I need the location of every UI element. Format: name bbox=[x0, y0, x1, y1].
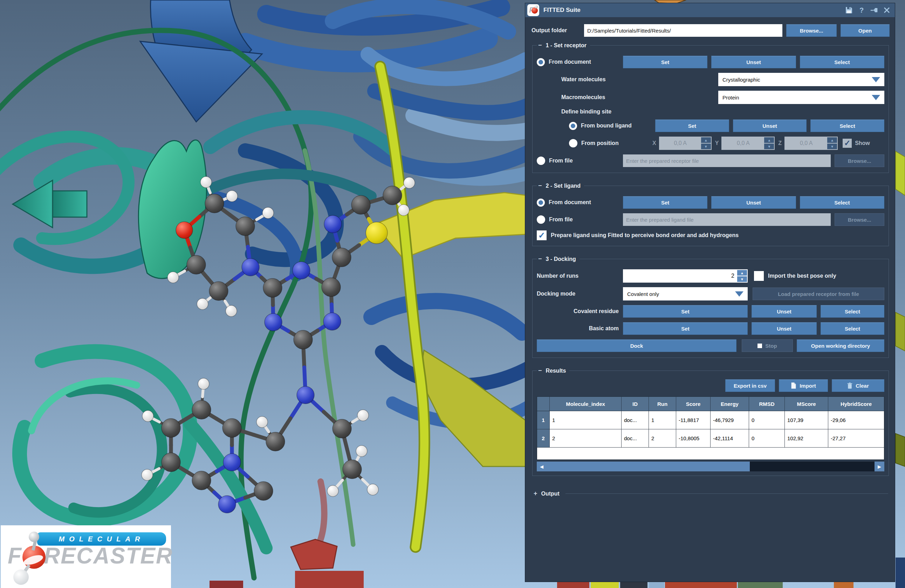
number-of-runs-input[interactable] bbox=[623, 269, 748, 283]
docking-mode-dropdown[interactable]: Covalent only bbox=[623, 287, 748, 301]
covalent-residue-set-button[interactable]: Set bbox=[623, 305, 748, 318]
ligand-file-input[interactable] bbox=[623, 213, 831, 226]
logo-molecular-text: MOLECULAR bbox=[59, 535, 145, 543]
ligand-from-file-radio[interactable] bbox=[537, 216, 545, 224]
basic-atom-set-button[interactable]: Set bbox=[623, 322, 748, 335]
show-checkbox[interactable]: ✓ bbox=[843, 139, 852, 148]
results-table-header: Molecule_index ID Run Score Energy RMSD … bbox=[537, 397, 884, 411]
water-molecules-dropdown[interactable]: Crystallographic bbox=[718, 73, 884, 86]
dropdown-arrow-icon bbox=[872, 95, 880, 100]
receptor-select-button[interactable]: Select bbox=[800, 55, 884, 68]
open-output-button[interactable]: Open bbox=[840, 24, 889, 37]
import-best-pose-checkbox[interactable]: ✓ bbox=[754, 271, 764, 281]
section-docking: −3 - Docking Number of runs ▲▼ ✓ Import … bbox=[532, 255, 889, 358]
table-row[interactable]: 1 1 doc... 1 -11,8817 -46,7929 0 107,39 … bbox=[537, 411, 884, 430]
dropdown-arrow-icon bbox=[872, 77, 880, 82]
define-binding-site-label: Define binding site bbox=[561, 109, 611, 115]
ligand-from-file-label: From file bbox=[549, 216, 573, 223]
column-header[interactable]: MScore bbox=[785, 397, 828, 411]
binding-site-unset-button[interactable]: Unset bbox=[733, 119, 807, 132]
collapse-icon[interactable]: − bbox=[538, 255, 542, 263]
column-header[interactable]: ID bbox=[622, 397, 649, 411]
ligand-select-button[interactable]: Select bbox=[800, 196, 884, 209]
collapse-icon[interactable]: − bbox=[538, 367, 542, 374]
scrollbar-track[interactable] bbox=[546, 461, 875, 471]
prepare-ligand-checkbox[interactable]: ✓ bbox=[537, 230, 546, 240]
section-output-header[interactable]: + Output bbox=[533, 490, 888, 497]
pin-icon[interactable] bbox=[870, 6, 878, 14]
section-docking-title: 3 - Docking bbox=[546, 256, 576, 262]
receptor-set-button[interactable]: Set bbox=[623, 55, 707, 68]
export-csv-button[interactable]: Export in csv bbox=[725, 379, 775, 392]
spinner-up-icon[interactable]: ▲ bbox=[827, 137, 837, 143]
spinner-up-icon[interactable]: ▲ bbox=[701, 137, 711, 143]
ligand-set-button[interactable]: Set bbox=[623, 196, 707, 209]
column-header[interactable]: Run bbox=[649, 397, 676, 411]
covalent-residue-select-button[interactable]: Select bbox=[821, 305, 884, 318]
section-results: −Results Export in csv Import Clear Mole… bbox=[532, 367, 889, 476]
horizontal-scrollbar[interactable]: ◀ ▶ bbox=[537, 461, 884, 471]
table-row[interactable]: 2 2 doc... 2 -10,8005 -42,1114 0 102,92 … bbox=[537, 430, 884, 448]
from-position-radio[interactable] bbox=[569, 139, 577, 147]
column-header[interactable]: HybridScore bbox=[828, 397, 884, 411]
clear-button[interactable]: Clear bbox=[832, 379, 884, 392]
expand-icon[interactable]: + bbox=[533, 490, 537, 497]
receptor-file-input[interactable] bbox=[623, 154, 831, 167]
column-header[interactable]: Score bbox=[676, 397, 711, 411]
spinner-up-icon[interactable]: ▲ bbox=[737, 270, 747, 276]
column-header[interactable]: Molecule_index bbox=[550, 397, 622, 411]
from-bound-ligand-radio[interactable] bbox=[569, 122, 577, 130]
basic-atom-unset-button[interactable]: Unset bbox=[751, 322, 817, 335]
scrollbar-thumb[interactable] bbox=[546, 461, 750, 471]
receptor-from-file-radio[interactable] bbox=[537, 157, 545, 165]
open-working-directory-button[interactable]: Open working directory bbox=[797, 339, 884, 352]
ligand-from-document-radio[interactable] bbox=[537, 198, 545, 207]
stop-button[interactable]: Stop bbox=[742, 339, 793, 352]
from-bound-ligand-label: From bound ligand bbox=[581, 122, 632, 129]
macromolecules-dropdown[interactable]: Protein bbox=[718, 91, 884, 104]
import-button[interactable]: Import bbox=[779, 379, 828, 392]
save-icon[interactable] bbox=[845, 6, 853, 14]
logo-gray-sphere-icon bbox=[29, 532, 39, 542]
spinner-down-icon[interactable]: ▼ bbox=[764, 144, 774, 149]
column-header[interactable] bbox=[537, 397, 550, 411]
help-icon[interactable]: ? bbox=[858, 6, 865, 14]
y-axis-label: Y bbox=[715, 140, 719, 146]
molecular-forecaster-logo: MOLECULAR FRECASTER bbox=[1, 525, 171, 588]
binding-site-select-button[interactable]: Select bbox=[810, 119, 884, 132]
output-folder-input[interactable] bbox=[584, 24, 783, 37]
spinner-down-icon[interactable]: ▼ bbox=[737, 276, 747, 282]
dock-button[interactable]: Dock bbox=[537, 339, 737, 352]
covalent-residue-unset-button[interactable]: Unset bbox=[751, 305, 817, 318]
receptor-from-document-radio[interactable] bbox=[537, 58, 545, 66]
z-axis-label: Z bbox=[778, 140, 782, 146]
scroll-left-icon[interactable]: ◀ bbox=[537, 461, 546, 471]
ligand-file-browse-button[interactable]: Browse... bbox=[835, 213, 884, 226]
collapse-icon[interactable]: − bbox=[538, 182, 542, 189]
basic-atom-select-button[interactable]: Select bbox=[821, 322, 884, 335]
scroll-right-icon[interactable]: ▶ bbox=[875, 461, 884, 471]
browse-output-button[interactable]: Browse... bbox=[786, 24, 837, 37]
section-results-title: Results bbox=[546, 368, 566, 374]
close-icon[interactable] bbox=[883, 6, 891, 14]
section-set-ligand: −2 - Set ligand From document Set Unset … bbox=[532, 182, 889, 246]
panel-titlebar[interactable]: F FITTED Suite ? bbox=[525, 3, 895, 17]
spinner-down-icon[interactable]: ▼ bbox=[701, 144, 711, 149]
show-label: Show bbox=[855, 140, 870, 146]
covalent-residue-label: Covalent residue bbox=[537, 308, 623, 314]
receptor-file-browse-button[interactable]: Browse... bbox=[835, 154, 884, 167]
spinner-down-icon[interactable]: ▼ bbox=[827, 144, 837, 149]
column-header[interactable]: RMSD bbox=[749, 397, 785, 411]
collapse-icon[interactable]: − bbox=[538, 42, 542, 49]
position-z-spinner: ▲▼ bbox=[784, 136, 838, 150]
binding-site-set-button[interactable]: Set bbox=[655, 119, 729, 132]
prepare-ligand-label: Prepare ligand using Fitted to perceive … bbox=[551, 232, 738, 238]
receptor-unset-button[interactable]: Unset bbox=[711, 55, 796, 68]
ligand-unset-button[interactable]: Unset bbox=[711, 196, 796, 209]
column-header[interactable]: Energy bbox=[711, 397, 749, 411]
load-prepared-receptor-button[interactable]: Load prepared receptor from file bbox=[753, 287, 884, 300]
stop-square-icon bbox=[757, 344, 762, 348]
fitted-app-icon: F bbox=[527, 4, 539, 16]
spinner-up-icon[interactable]: ▲ bbox=[764, 137, 774, 143]
receptor-from-document-label: From document bbox=[549, 59, 591, 65]
